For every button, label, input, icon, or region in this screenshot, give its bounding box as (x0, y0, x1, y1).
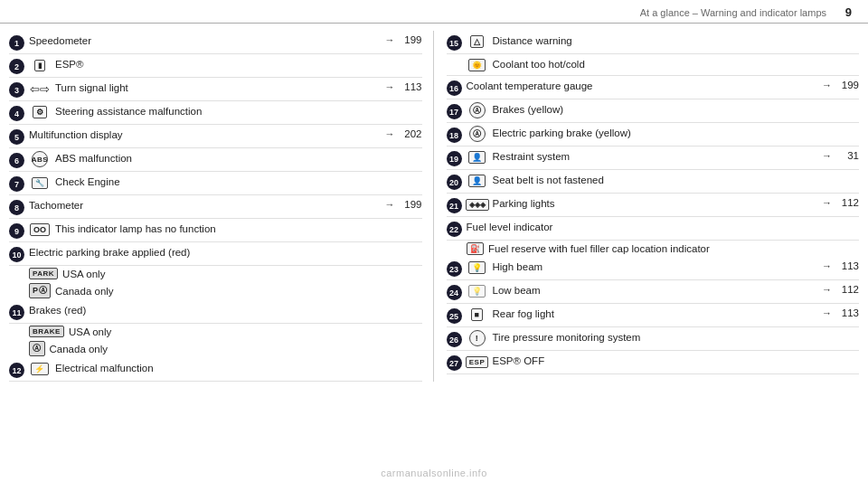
item-icon: 👤 (467, 150, 488, 165)
item-icon: ◈◈◈ (467, 197, 488, 212)
right-column: 15△Distance warning🌞Coolant too hot/cold… (434, 31, 860, 382)
sub-label: Canada only (55, 286, 114, 297)
item-icon: 🔧 (29, 175, 51, 190)
list-item: 3⇦⇨Turn signal light→113 (9, 78, 422, 101)
main-content: 1Speedometer→1992▮ESP®3⇦⇨Turn signal lig… (0, 24, 868, 385)
arrow-icon: → (382, 81, 399, 92)
sub-label: Fuel reserve with fuel filler cap locati… (488, 243, 710, 254)
list-item: 8Tachometer→199 (9, 195, 422, 219)
page-ref: 113 (835, 307, 859, 318)
list-item: 23💡High beam→113 (447, 257, 860, 280)
item-icon: △ (467, 34, 488, 49)
page-ref: 31 (835, 150, 859, 161)
header-title: At a glance – Warning and indicator lamp… (16, 7, 835, 18)
item-label: Electric parking brake (yellow) (493, 127, 860, 141)
list-item: 21◈◈◈Parking lights→112 (447, 194, 860, 217)
item-number: 2 (9, 59, 24, 74)
sub-icon: ⛽ (467, 242, 485, 255)
item-icon: 👤 (467, 174, 488, 188)
arrow-icon: → (818, 150, 835, 161)
arrow-icon: → (382, 199, 399, 210)
page-ref: 113 (835, 260, 859, 271)
list-item: 26!Tire pressure monitoring system (447, 327, 860, 351)
item-label: Coolant too hot/cold (493, 58, 860, 72)
list-item: 20👤Seat belt is not fastened (447, 170, 860, 194)
list-item: 10Electric parking brake applied (red) (9, 242, 422, 266)
item-number: 3 (9, 82, 24, 98)
list-item: 25■Rear fog light→113 (447, 304, 860, 327)
item-icon: ! (467, 331, 488, 345)
arrow-icon: → (382, 128, 399, 139)
item-number: 7 (9, 176, 24, 192)
item-icon: 💡 (467, 260, 488, 275)
item-number: 24 (447, 285, 462, 300)
page-ref: 199 (399, 199, 422, 210)
item-label: Multifunction display (29, 128, 382, 143)
list-item: 18ⒶElectric parking brake (yellow) (447, 123, 860, 146)
item-icon: ⇦⇨ (29, 81, 51, 96)
item-label: ESP® OFF (493, 354, 860, 369)
sub-label: USA only (62, 269, 105, 279)
item-label: Fuel level indicator (467, 221, 860, 235)
list-item: 24💡Low beam→112 (447, 280, 860, 304)
item-icon: ⚡ (29, 362, 51, 376)
item-number: 4 (9, 106, 24, 121)
list-item: 17ⒶBrakes (yellow) (447, 99, 860, 123)
arrow-icon: → (818, 80, 835, 90)
item-icon: ■ (467, 307, 488, 322)
page-ref: 112 (835, 284, 859, 295)
arrow-icon: → (382, 34, 399, 45)
item-number: 5 (9, 129, 24, 145)
watermark: carmanualsonline.info (381, 468, 487, 478)
list-item: 27ESPESP® OFF (447, 351, 860, 374)
item-label: Coolant temperature gauge (467, 80, 819, 94)
item-label: Brakes (yellow) (493, 103, 860, 118)
sub-icon: PARK (29, 268, 58, 279)
item-icon: ▮ (29, 58, 51, 72)
item-icon: Ⓐ (467, 103, 488, 118)
item-number: 25 (447, 308, 462, 324)
item-number: 11 (9, 305, 24, 320)
item-number: 8 (9, 200, 24, 215)
list-item: 15△Distance warning (447, 31, 860, 54)
list-item: 11Brakes (red) (9, 300, 422, 324)
item-number: 23 (447, 261, 462, 277)
list-item: 🌞Coolant too hot/cold (447, 54, 860, 76)
item-number: 21 (447, 198, 462, 213)
item-label: Seat belt is not fastened (493, 174, 860, 188)
item-label: High beam (493, 260, 819, 275)
item-number: 27 (447, 355, 462, 371)
item-label: Restraint system (493, 150, 819, 165)
sub-item: PARKUSA only (9, 266, 422, 281)
left-column: 1Speedometer→1992▮ESP®3⇦⇨Turn signal lig… (9, 31, 434, 382)
list-item: 2▮ESP® (9, 54, 422, 78)
item-number: 12 (9, 363, 24, 378)
arrow-icon: → (818, 307, 835, 318)
list-item: 22Fuel level indicator (447, 217, 860, 241)
item-label: Tire pressure monitoring system (493, 331, 860, 345)
item-number: 22 (447, 222, 462, 237)
sub-icon: PⒶ (29, 283, 51, 298)
item-number: 16 (447, 80, 462, 96)
item-label: ESP® (55, 58, 422, 72)
item-icon: ⚙ (29, 105, 51, 119)
item-number: 20 (447, 175, 462, 190)
list-item: 12⚡Electrical malfunction (9, 358, 422, 382)
page-ref: 199 (399, 34, 422, 45)
sub-item: ⛽Fuel reserve with fuel filler cap locat… (447, 241, 860, 257)
sub-icon: Ⓐ (29, 341, 45, 356)
item-label: Turn signal light (55, 81, 382, 96)
item-label: Speedometer (29, 34, 382, 49)
item-icon: 🌞 (467, 58, 488, 72)
item-icon: OO (29, 222, 51, 237)
item-number: 15 (447, 35, 462, 51)
page-ref: 113 (399, 81, 422, 92)
list-item: 19👤Restraint system→31 (447, 146, 860, 170)
item-number: 18 (447, 128, 462, 143)
page-number: 9 (835, 5, 852, 19)
list-item: 6ABSABS malfunction (9, 148, 422, 172)
arrow-icon: → (818, 284, 835, 295)
item-label: ABS malfunction (55, 152, 422, 166)
sub-item: BRAKEUSA only (9, 324, 422, 339)
item-number: 19 (447, 151, 462, 166)
